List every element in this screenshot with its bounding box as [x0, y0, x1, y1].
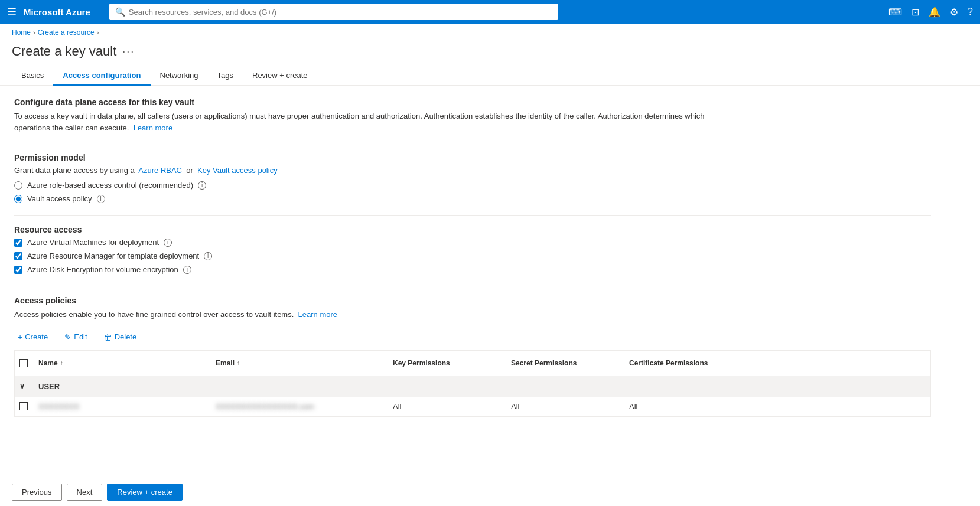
radio-vault-policy-input[interactable] [14, 195, 22, 203]
header-checkbox[interactable] [19, 359, 28, 367]
main-content: Configure data plane access for this key… [0, 86, 945, 438]
azure-rbac-link[interactable]: Azure RBAC [138, 166, 182, 175]
checkbox-arm-info[interactable]: i [204, 252, 212, 260]
row-certificate-permissions: All [629, 402, 637, 411]
checkbox-disk-input[interactable] [14, 266, 22, 274]
header-email[interactable]: Email ↑ [211, 355, 388, 371]
top-navigation: ☰ Microsoft Azure 🔍 ⌨ ⊡ 🔔 ⚙ ? [0, 0, 980, 24]
group-name-label: USER [38, 382, 60, 391]
radio-rbac-input[interactable] [14, 181, 22, 190]
checkbox-disk[interactable]: Azure Disk Encryption for volume encrypt… [14, 265, 931, 274]
row-certificate-permissions-cell: All [624, 397, 743, 416]
page-title: Create a key vault [12, 44, 116, 59]
access-policies-title: Access policies [14, 296, 931, 305]
page-title-row: Create a key vault ··· [0, 41, 980, 66]
edit-icon: ✎ [64, 332, 71, 342]
search-input[interactable] [129, 8, 552, 17]
checkbox-vm-input[interactable] [14, 239, 22, 247]
delete-icon: 🗑 [104, 332, 112, 342]
create-label: Create [25, 332, 48, 341]
resource-access-title: Resource access [14, 225, 931, 234]
chevron-down-icon: ∨ [19, 382, 25, 390]
resource-access-checkbox-group: Azure Virtual Machines for deployment i … [14, 238, 931, 274]
search-icon: 🔍 [115, 7, 125, 17]
header-name[interactable]: Name ↑ [34, 355, 211, 371]
breadcrumb: Home › Create a resource › [0, 24, 980, 41]
tab-review-create[interactable]: Review + create [243, 66, 317, 86]
data-plane-description: To access a key vault in data plane, all… [14, 110, 723, 133]
edit-label: Edit [74, 332, 87, 341]
header-name-label: Name [38, 359, 58, 367]
tab-basics[interactable]: Basics [12, 66, 53, 86]
access-policies-learn-more[interactable]: Learn more [298, 310, 337, 319]
radio-vault-policy-info[interactable]: i [97, 195, 105, 203]
row-secret-permissions-cell: All [506, 397, 624, 416]
permission-model-radio-group: Azure role-based access control (recomme… [14, 181, 931, 203]
access-policies-description: Access policies enable you to have fine … [14, 309, 723, 321]
settings-icon[interactable]: ⚙ [950, 6, 958, 18]
header-certificate-permissions: Certificate Permissions [624, 355, 743, 371]
checkbox-vm-label: Azure Virtual Machines for deployment [27, 238, 159, 247]
checkbox-disk-info[interactable]: i [183, 266, 191, 274]
header-secret-permissions: Secret Permissions [506, 355, 624, 371]
row-checkbox[interactable] [19, 402, 28, 410]
table-row: XXXXXXXX XXXXXXXXXXXXXXXX.com All All Al… [15, 397, 930, 416]
checkbox-vm-info[interactable]: i [164, 239, 172, 247]
edit-button[interactable]: ✎ Edit [61, 330, 90, 344]
tab-bar: Basics Access configuration Networking T… [0, 66, 980, 86]
breadcrumb-sep-2: › [97, 29, 99, 36]
breadcrumb-create-resource[interactable]: Create a resource [38, 28, 95, 37]
row-secret-permissions: All [511, 402, 519, 411]
checkbox-arm[interactable]: Azure Resource Manager for template depl… [14, 252, 931, 260]
breadcrumb-sep-1: › [33, 29, 35, 36]
row-name-cell: XXXXXXXX [34, 397, 211, 416]
help-icon[interactable]: ? [968, 6, 973, 17]
divider-3 [14, 286, 931, 286]
hamburger-menu[interactable]: ☰ [7, 5, 17, 18]
portal-icon[interactable]: ⊡ [911, 6, 919, 18]
data-plane-title: Configure data plane access for this key… [14, 97, 931, 107]
radio-vault-policy[interactable]: Vault access policy i [14, 194, 931, 203]
access-policies-table: Name ↑ Email ↑ Key Permissions Secret Pe… [14, 350, 931, 417]
breadcrumb-home[interactable]: Home [12, 28, 31, 37]
header-certificate-permissions-label: Certificate Permissions [629, 359, 708, 367]
tab-tags[interactable]: Tags [208, 66, 243, 86]
checkbox-vm[interactable]: Azure Virtual Machines for deployment i [14, 238, 931, 247]
group-name-cell: USER [34, 380, 930, 393]
checkbox-arm-label: Azure Resource Manager for template depl… [27, 252, 199, 260]
delete-label: Delete [115, 332, 137, 341]
key-vault-access-policy-link[interactable]: Key Vault access policy [197, 166, 278, 175]
radio-rbac-info[interactable]: i [198, 181, 206, 190]
access-policies-toolbar: + Create ✎ Edit 🗑 Delete [14, 330, 931, 344]
table-header: Name ↑ Email ↑ Key Permissions Secret Pe… [15, 351, 930, 376]
group-expand-cell[interactable]: ∨ [15, 380, 34, 393]
checkbox-disk-label: Azure Disk Encryption for volume encrypt… [27, 265, 178, 274]
divider-2 [14, 215, 931, 216]
row-checkbox-cell [15, 397, 34, 416]
tab-access-configuration[interactable]: Access configuration [53, 66, 150, 86]
create-icon: + [18, 332, 22, 342]
radio-rbac-label: Azure role-based access control (recomme… [27, 181, 193, 190]
radio-rbac[interactable]: Azure role-based access control (recomme… [14, 181, 931, 190]
page-title-menu[interactable]: ··· [122, 45, 135, 58]
row-key-permissions-cell: All [388, 397, 506, 416]
permission-model-desc: Grant data plane access by using a Azure… [14, 166, 931, 175]
search-bar[interactable]: 🔍 [109, 4, 558, 20]
table-group-user: ∨ USER [15, 376, 930, 397]
divider-1 [14, 143, 931, 143]
resource-access-section: Resource access Azure Virtual Machines f… [14, 225, 931, 274]
row-email: XXXXXXXXXXXXXXXX.com [216, 402, 314, 411]
permission-model-section: Permission model Grant data plane access… [14, 153, 931, 203]
checkbox-arm-input[interactable] [14, 252, 22, 260]
header-email-label: Email [216, 359, 235, 367]
tab-networking[interactable]: Networking [151, 66, 208, 86]
delete-button[interactable]: 🗑 Delete [100, 330, 141, 344]
terminal-icon[interactable]: ⌨ [888, 6, 902, 18]
header-key-permissions: Key Permissions [388, 355, 506, 371]
data-plane-learn-more[interactable]: Learn more [134, 123, 172, 132]
access-policies-section: Access policies Access policies enable y… [14, 296, 931, 417]
header-secret-permissions-label: Secret Permissions [511, 359, 577, 367]
create-button[interactable]: + Create [14, 330, 51, 344]
notifications-icon[interactable]: 🔔 [929, 6, 940, 18]
email-sort-icon: ↑ [237, 360, 240, 366]
